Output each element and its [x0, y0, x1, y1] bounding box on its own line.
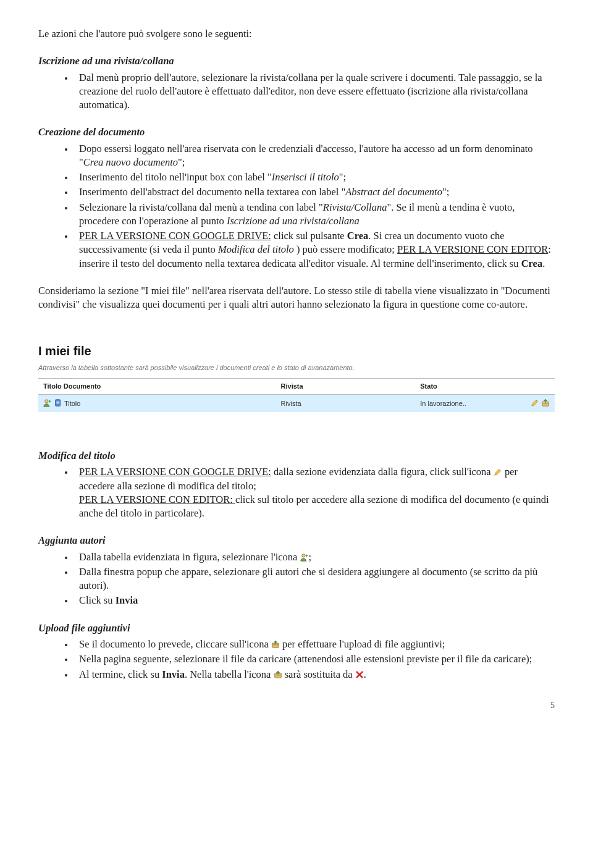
cross-icon [355, 670, 364, 679]
ss-title: I miei file [38, 343, 555, 360]
sec2-title: Creazione del documento [38, 125, 555, 139]
page-number: 5 [38, 700, 555, 712]
list-item: Dalla finestra popup che appare, selezio… [74, 565, 555, 593]
list-item: PER LA VERSIONE CON GOOGLE DRIVE: dalla … [74, 465, 555, 520]
list-item: Click su Invia [74, 594, 555, 607]
pencil-icon[interactable] [531, 398, 539, 407]
sec3-title: Modifica del titolo [38, 449, 555, 463]
table-row: Titolo Rivista In lavorazione.. [38, 395, 555, 412]
list-item: Se il documento lo prevede, cliccare sul… [74, 638, 555, 651]
cell-titolo[interactable]: Titolo [64, 400, 81, 407]
sec5-list: Se il documento lo prevede, cliccare sul… [38, 638, 555, 681]
list-item: Dal menù proprio dell'autore, selezionar… [74, 71, 555, 112]
upload-icon [271, 640, 280, 649]
files-table: Titolo Documento Rivista Stato Titolo Ri… [38, 378, 555, 412]
list-item: Dalla tabella evidenziata in figura, sel… [74, 550, 555, 564]
sec2-list: Dopo essersi loggato nell'area riservata… [38, 142, 555, 271]
mid-paragraph: Consideriamo la sezione "I miei file" ne… [38, 284, 555, 312]
col-titolo: Titolo Documento [38, 379, 276, 395]
col-stato: Stato [415, 379, 520, 395]
cell-rivista: Rivista [276, 395, 416, 412]
i-miei-file-screenshot: I miei file Attraverso la tabella sottos… [38, 343, 555, 413]
list-item: Selezionare la rivista/collana dal menù … [74, 201, 555, 229]
sec3-list: PER LA VERSIONE CON GOOGLE DRIVE: dalla … [38, 465, 555, 520]
list-item: Dopo essersi loggato nell'area riservata… [74, 142, 555, 170]
sec5-title: Upload file aggiuntivi [38, 622, 555, 635]
ss-subtitle: Attraverso la tabella sottostante sarà p… [38, 363, 555, 373]
pencil-icon [494, 468, 502, 476]
cell-stato: In lavorazione.. [415, 395, 520, 412]
intro-text: Le azioni che l'autore può svolgere sono… [38, 27, 555, 41]
doc-icon[interactable] [54, 398, 62, 407]
col-rivista: Rivista [276, 379, 416, 395]
upload-icon[interactable] [541, 398, 550, 407]
user-add-icon [300, 553, 309, 562]
list-item: Nella pagina seguente, selezionare il fi… [74, 652, 555, 666]
upload-icon [274, 670, 282, 679]
sec4-title: Aggiunta autori [38, 534, 555, 547]
sec1-title: Iscrizione ad una rivista/collana [38, 54, 555, 68]
list-item: Inserimento dell'abstract del documento … [74, 185, 555, 199]
list-item: PER LA VERSIONE CON GOOGLE DRIVE: click … [74, 229, 555, 271]
sec1-list: Dal menù proprio dell'autore, selezionar… [38, 71, 555, 112]
list-item: Inserimento del titolo nell'input box co… [74, 171, 555, 184]
sec4-list: Dalla tabella evidenziata in figura, sel… [38, 550, 555, 608]
list-item: Al termine, click su Invia. Nella tabell… [74, 668, 555, 681]
user-add-icon[interactable] [43, 398, 52, 407]
